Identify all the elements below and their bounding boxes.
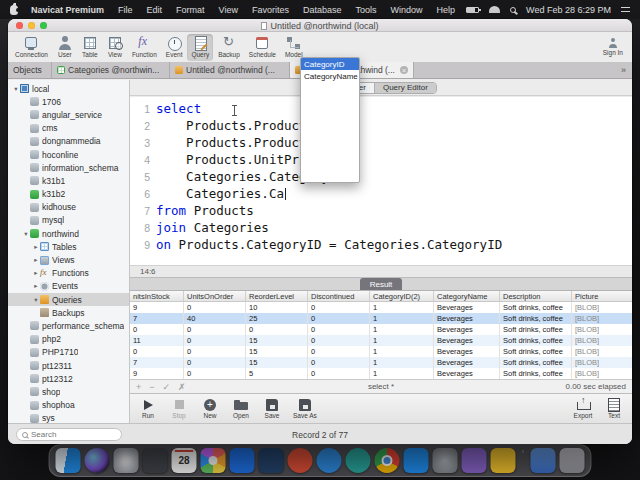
toolbar-button[interactable]: Function — [128, 34, 161, 61]
zoom-button[interactable] — [40, 22, 47, 29]
menu-item[interactable]: Edit — [140, 5, 170, 15]
table-cell[interactable]: 7 — [130, 313, 184, 324]
table-cell[interactable]: 1 — [370, 346, 434, 357]
table-row[interactable]: 7 0 15 0 1 Beverages Soft drinks, coffee… — [130, 357, 632, 368]
document-tab[interactable]: Untitled @northwind (... — [170, 62, 290, 78]
table-cell[interactable]: 0 — [184, 302, 246, 313]
table-cell[interactable]: 15 — [246, 357, 308, 368]
tree-item[interactable]: hoconline — [8, 148, 129, 161]
table-cell[interactable]: Beverages — [434, 357, 500, 368]
sql-editor[interactable]: 1 select 2 Products.ProductID, 3 Product… — [130, 97, 632, 265]
table-cell[interactable]: 11 — [130, 335, 184, 346]
action-button[interactable]: Open — [231, 398, 251, 419]
table-cell[interactable]: [BLOB] — [572, 335, 632, 346]
disclosure-triangle-icon[interactable] — [32, 269, 40, 277]
table-cell[interactable]: 0 — [130, 346, 184, 357]
autocomplete-item[interactable]: CategoryName — [301, 70, 359, 82]
spotlight-icon[interactable] — [510, 7, 516, 13]
dock-item-app-navy[interactable] — [259, 448, 284, 473]
table-cell[interactable]: 0 — [308, 357, 370, 368]
table-cell[interactable]: Beverages — [434, 346, 500, 357]
dock-item-launchpad[interactable] — [114, 448, 139, 473]
table-cell[interactable]: 0 — [308, 368, 370, 379]
tree-item[interactable]: 1706 — [8, 95, 129, 108]
column-header[interactable]: Picture — [572, 291, 632, 301]
tab-overflow-chevron[interactable]: » — [615, 62, 632, 78]
dock-item-app-dark[interactable] — [143, 448, 168, 473]
dock-item-calendar[interactable]: 28 — [172, 448, 197, 473]
disclosure-triangle-icon[interactable] — [22, 230, 30, 238]
disclosure-triangle-icon[interactable] — [32, 256, 40, 264]
action-button[interactable]: Save As — [293, 398, 317, 419]
action-button[interactable]: Stop — [169, 398, 189, 419]
menu-item[interactable]: Window — [384, 5, 430, 15]
document-tab[interactable]: Categories @northwin... — [52, 62, 170, 78]
table-cell[interactable]: [BLOB] — [572, 346, 632, 357]
column-header[interactable]: Discontinued — [308, 291, 370, 301]
tree-item[interactable]: k31b1 — [8, 174, 129, 187]
toolbar-button[interactable]: Connection — [11, 34, 52, 61]
table-cell[interactable]: Beverages — [434, 324, 500, 335]
table-cell[interactable]: 25 — [246, 313, 308, 324]
action-button[interactable]: Text — [604, 398, 624, 419]
table-cell[interactable]: 0 — [130, 324, 184, 335]
tree-item[interactable]: shop — [8, 385, 129, 398]
tree-item[interactable]: Functions — [8, 267, 129, 280]
table-row[interactable]: 0 0 0 0 1 Beverages Soft drinks, coffee … — [130, 324, 632, 335]
table-cell[interactable]: 1 — [370, 357, 434, 368]
dock-item-app-teal[interactable] — [346, 448, 371, 473]
table-cell[interactable]: 0 — [184, 357, 246, 368]
notification-center-icon[interactable] — [621, 6, 630, 14]
toolbar-button[interactable]: Table — [78, 34, 102, 61]
minimize-button[interactable] — [28, 22, 35, 29]
table-cell[interactable]: 0 — [184, 335, 246, 346]
table-cell[interactable]: [BLOB] — [572, 313, 632, 324]
toolbar-button[interactable]: View — [103, 34, 127, 61]
table-cell[interactable]: Beverages — [434, 302, 500, 313]
table-cell[interactable]: 0 — [184, 324, 246, 335]
table-cell[interactable]: Soft drinks, coffee — [500, 313, 572, 324]
dock-item-mail[interactable] — [230, 448, 255, 473]
dock-item-app-blue[interactable] — [317, 448, 342, 473]
table-cell[interactable]: 10 — [246, 302, 308, 313]
table-cell[interactable]: 1 — [370, 368, 434, 379]
dock-item-downloads-folder[interactable] — [531, 448, 556, 473]
close-button[interactable] — [16, 22, 23, 29]
add-record-icon[interactable] — [136, 382, 141, 392]
tree-item[interactable]: Events — [8, 280, 129, 293]
table-row[interactable]: 9 0 5 0 1 Beverages Soft drinks, coffee … — [130, 368, 632, 379]
table-cell[interactable]: 9 — [130, 368, 184, 379]
table-row[interactable]: 11 0 15 0 1 Beverages Soft drinks, coffe… — [130, 335, 632, 346]
table-cell[interactable]: Soft drinks, coffee — [500, 346, 572, 357]
table-cell[interactable]: 0 — [246, 324, 308, 335]
table-cell[interactable]: 0 — [308, 335, 370, 346]
column-header[interactable]: CategoryName — [434, 291, 500, 301]
dock-item-notes[interactable] — [491, 448, 516, 473]
table-cell[interactable]: 40 — [184, 313, 246, 324]
apple-menu-icon[interactable] — [10, 5, 18, 15]
dock-item-siri[interactable] — [85, 448, 110, 473]
tree-item[interactable]: k31b2 — [8, 188, 129, 201]
table-cell[interactable]: Beverages — [434, 335, 500, 346]
table-cell[interactable]: Beverages — [434, 368, 500, 379]
column-header[interactable]: ReorderLevel — [246, 291, 308, 301]
sign-in-button[interactable]: Sign In — [597, 37, 629, 57]
table-cell[interactable]: Soft drinks, coffee — [500, 335, 572, 346]
table-cell[interactable]: 0 — [308, 302, 370, 313]
table-row[interactable]: 7 40 25 0 1 Beverages Soft drinks, coffe… — [130, 313, 632, 324]
tree-item[interactable]: sys — [8, 412, 129, 423]
table-cell[interactable]: 1 — [370, 335, 434, 346]
tree-item[interactable]: northwind — [8, 227, 129, 240]
tree-item[interactable]: pt12312 — [8, 372, 129, 385]
table-cell[interactable]: Soft drinks, coffee — [500, 368, 572, 379]
table-cell[interactable]: Beverages — [434, 313, 500, 324]
tree-item[interactable]: Queries — [8, 293, 129, 306]
tab-close-icon[interactable] — [400, 66, 408, 74]
table-cell[interactable]: [BLOB] — [572, 357, 632, 368]
action-button[interactable]: New — [200, 398, 220, 419]
dock-item-trash[interactable] — [560, 448, 585, 473]
autocomplete-item[interactable]: CategoryID — [301, 58, 359, 70]
action-button[interactable]: Run — [138, 398, 158, 419]
tree-item[interactable]: shophoa — [8, 399, 129, 412]
tree-item[interactable]: Views — [8, 253, 129, 266]
